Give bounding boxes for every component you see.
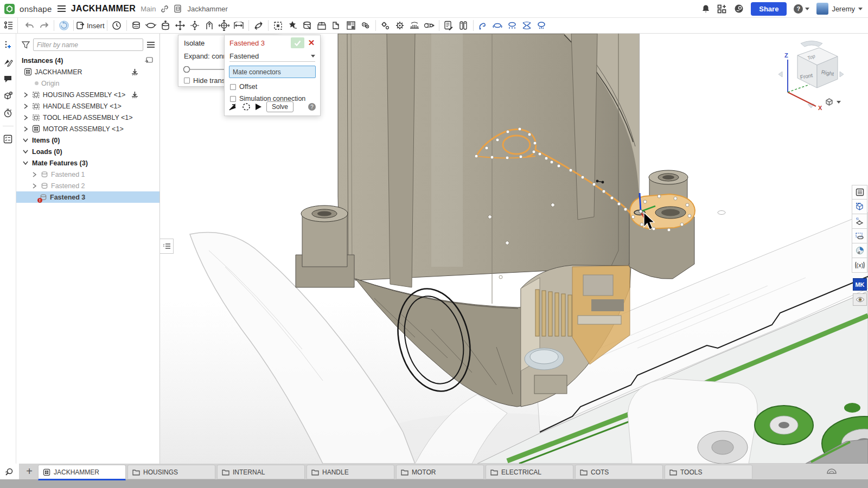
tree-panel-tab[interactable] [0, 18, 18, 33]
bom-table-button[interactable] [852, 185, 867, 200]
chevron-right-icon[interactable] [30, 172, 38, 177]
in-context-icon[interactable] [315, 19, 329, 33]
visibility-eye-button[interactable] [853, 293, 867, 306]
tree-row-origin[interactable]: Origin [16, 78, 159, 89]
isometric-view-button[interactable] [852, 200, 867, 214]
dialog-help-icon[interactable]: ? [308, 103, 316, 111]
tab-internal[interactable]: INTERNAL [217, 465, 305, 479]
sim-spring-icon[interactable] [476, 19, 490, 33]
named-positions-icon[interactable] [271, 19, 285, 33]
help-menu[interactable]: ? [794, 4, 809, 14]
reorient-secondary-axis-icon[interactable] [242, 102, 251, 111]
link-icon[interactable] [161, 5, 169, 13]
tab-search-corner[interactable] [0, 464, 19, 479]
tab-search-icon[interactable] [5, 467, 14, 476]
chevron-right-icon[interactable] [22, 115, 29, 120]
user-avatar[interactable] [816, 3, 828, 15]
graphics-viewport[interactable]: Isolate Expand: connecti Hide transpare … [160, 34, 868, 464]
redo-button[interactable] [37, 19, 52, 33]
chevron-right-icon[interactable] [22, 104, 29, 109]
ball-mate-icon[interactable] [188, 19, 202, 33]
bom-edit-icon[interactable] [442, 19, 456, 33]
fastened-mate-icon[interactable] [129, 19, 144, 33]
tree-row-jackhammer[interactable]: JACKHAMMER [16, 66, 159, 78]
undo-button[interactable] [22, 19, 37, 33]
tab-electrical[interactable]: ELECTRICAL [486, 465, 573, 479]
display-states-icon[interactable] [344, 19, 359, 33]
solve-button[interactable]: Solve [266, 101, 293, 112]
items-section-row[interactable]: Items (0) [16, 134, 159, 146]
tab-cots[interactable]: COTS [575, 465, 663, 479]
chevron-right-icon[interactable] [22, 92, 29, 98]
sim-revolute-icon[interactable] [490, 19, 505, 33]
appearance-button[interactable] [852, 243, 867, 258]
instances-header-row[interactable]: Instances (4) [16, 55, 159, 66]
chevron-down-icon[interactable] [22, 161, 29, 165]
versions-timer-icon[interactable] [3, 108, 12, 118]
view-options-control[interactable] [825, 98, 841, 106]
tab-handle[interactable]: HANDLE [307, 465, 394, 479]
offset-checkbox[interactable] [230, 84, 236, 90]
sprocket-relation-icon[interactable] [393, 19, 407, 33]
share-button[interactable]: Share [751, 2, 787, 16]
slider-mate-icon[interactable] [158, 19, 173, 33]
planar-mate-icon[interactable] [173, 19, 188, 33]
sim-fastened-icon[interactable] [505, 19, 520, 33]
derived-part-icon[interactable] [300, 19, 315, 33]
tab-housings[interactable]: HOUSINGS [127, 465, 215, 479]
sync-update-icon[interactable] [56, 19, 71, 33]
part-lookup-icon[interactable] [3, 91, 13, 100]
add-tab-button[interactable]: + [23, 465, 36, 478]
tangent-mate-icon[interactable] [217, 19, 232, 33]
learning-center-icon[interactable] [734, 4, 744, 14]
group-rotate-icon[interactable] [251, 19, 266, 33]
chevron-down-icon[interactable] [22, 138, 29, 142]
mate-row-fastened-3[interactable]: ! Fastened 3 [16, 191, 159, 203]
panel-toggle-button[interactable] [160, 239, 174, 254]
variables-button[interactable]: (x) [852, 258, 867, 273]
parallel-mate-icon[interactable] [202, 19, 217, 33]
tree-row-motor-assembly[interactable]: MOTOR ASSSEMBLY <1> [16, 123, 159, 134]
tab-jackhammer[interactable]: JACKHAMMER [38, 465, 126, 480]
units-protractor-icon[interactable] [826, 466, 837, 476]
revolute-mate-icon[interactable] [144, 19, 158, 33]
sim-contact-icon[interactable] [520, 19, 534, 33]
tab-tools[interactable]: TOOLS [665, 465, 752, 479]
exploded-view-button[interactable] [852, 214, 867, 229]
tree-row-housing-assembly[interactable]: HOUSING ASSEMBLY <1> [16, 89, 159, 100]
chevron-right-icon[interactable] [30, 183, 38, 189]
insert-button[interactable]: Insert [76, 19, 105, 33]
user-menu[interactable]: Jeremy [816, 3, 863, 15]
mechanism-icon[interactable] [359, 19, 373, 33]
chevron-right-icon[interactable] [22, 126, 29, 132]
gear-relation-icon[interactable] [378, 19, 393, 33]
help-icon[interactable]: ? [794, 4, 803, 14]
named-views-icon[interactable] [456, 19, 471, 33]
accept-button[interactable] [291, 37, 304, 48]
hamburger-menu-icon[interactable] [57, 5, 66, 12]
flip-primary-axis-icon[interactable] [229, 103, 238, 111]
hide-transparent-checkbox[interactable] [184, 78, 190, 84]
mate-connectors-field[interactable]: Mate connectors [229, 66, 316, 78]
sim-ball-icon[interactable] [534, 19, 549, 33]
list-view-icon[interactable] [146, 41, 155, 48]
add-mate-connector-icon[interactable] [3, 41, 12, 50]
insert-instance-icon[interactable] [144, 57, 153, 64]
mate-features-section-row[interactable]: Mate Features (3) [16, 157, 159, 169]
tree-row-tool-head-assembly[interactable]: TOOL HEAD ASSEMBLY <1> [16, 112, 159, 123]
history-icon[interactable] [110, 19, 124, 33]
cancel-button[interactable]: ✕ [307, 37, 316, 48]
tab-motor[interactable]: MOTOR [396, 465, 484, 479]
loads-section-row[interactable]: Loads (0) [16, 146, 159, 157]
chevron-down-icon[interactable] [22, 150, 29, 153]
comments-icon[interactable] [3, 75, 12, 83]
tree-row-handle-assembly[interactable]: HANDLE ASSEMBLY <1> [16, 100, 159, 112]
section-view-button[interactable] [852, 229, 867, 243]
simulation-connection-checkbox[interactable] [230, 96, 236, 102]
snapshot-part-icon[interactable] [285, 19, 300, 33]
left-mount-boss[interactable] [296, 206, 354, 287]
rack-pinion-relation-icon[interactable] [407, 19, 422, 33]
offset-checkbox-row[interactable]: Offset [230, 83, 257, 91]
filter-input[interactable] [33, 38, 143, 51]
belt-relation-icon[interactable] [422, 19, 437, 33]
